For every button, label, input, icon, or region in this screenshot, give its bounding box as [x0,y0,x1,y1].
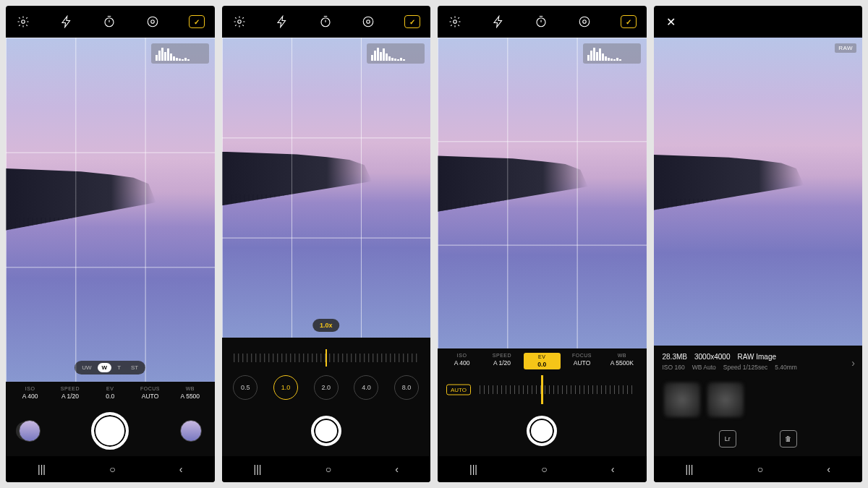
zoom-0-5[interactable]: 0.5 [233,375,258,400]
histogram-toggle-icon[interactable] [621,15,637,28]
param-iso[interactable]: ISOA 400 [443,353,480,369]
nav-home[interactable]: ○ [757,463,763,475]
param-ev[interactable]: EV0.0 [92,386,129,400]
nav-back[interactable]: ‹ [611,463,615,475]
nav-home[interactable]: ○ [541,463,547,475]
meta-iso: ISO 160 [663,364,685,371]
param-wb[interactable]: WBA 5500 [171,386,208,400]
param-wb[interactable]: WBA 5500K [603,353,640,369]
nav-home[interactable]: ○ [326,463,331,475]
flash-icon[interactable] [491,14,506,29]
top-toolbar [6,6,215,38]
nav-back[interactable]: ‹ [179,463,183,475]
zoom-needle [326,349,327,367]
action-row: Lr 🗑 [654,421,863,456]
lens-t[interactable]: T [113,363,125,372]
metering-icon[interactable] [145,14,160,29]
histogram-overlay [583,43,641,64]
meta-wb: WB Auto [692,364,716,371]
gallery-thumbnail[interactable] [180,420,202,442]
settings-icon[interactable] [232,14,247,29]
detail-dimensions: 3000x4000 [694,353,731,361]
param-speed[interactable]: SPEEDA 1/20 [51,386,88,400]
close-icon[interactable]: ✕ [664,14,678,29]
detail-filesize: 28.3MB [663,353,687,361]
zoom-1-0[interactable]: 1.0 [273,375,298,400]
nav-recents[interactable]: ||| [686,463,694,475]
scene-pier [222,152,373,206]
scene-pier [6,168,156,231]
param-focus[interactable]: FOCUSAUTO [132,386,169,400]
viewfinder[interactable]: UW W T ST [6,38,215,382]
android-navbar: ||| ○ ‹ [222,456,431,482]
lens-selector[interactable]: UW W T ST [75,361,145,374]
nav-recents[interactable]: ||| [469,463,477,475]
auto-chip[interactable]: AUTO [446,385,471,395]
svg-point-12 [583,20,587,24]
zoom-ruler[interactable] [228,348,425,368]
delete-button[interactable]: 🗑 [780,430,797,448]
metering-icon[interactable] [577,14,592,29]
shutter-button[interactable] [527,416,557,446]
param-focus[interactable]: FOCUSAUTO [563,353,600,369]
svg-point-8 [367,20,370,24]
svg-point-7 [364,17,374,27]
ev-needle [541,375,543,404]
scene-pier [438,155,588,211]
thumbnail-strip[interactable] [654,378,863,421]
lens-w[interactable]: W [98,363,112,372]
param-ev-active[interactable]: EV0.0 [524,353,561,369]
meta-focal: 5.40mm [775,364,797,371]
android-navbar: ||| ○ ‹ [6,456,215,482]
lens-uw[interactable]: UW [77,363,95,372]
param-speed[interactable]: SPEEDA 1/20 [483,353,520,369]
nav-back[interactable]: ‹ [395,463,399,475]
shutter-button[interactable] [311,416,341,446]
zoom-4-0[interactable]: 4.0 [354,375,378,400]
top-toolbar [438,6,647,38]
zoom-8-0[interactable]: 8.0 [394,375,419,400]
nav-recents[interactable]: ||| [38,463,46,475]
histogram-toggle-icon[interactable] [189,15,205,28]
svg-point-2 [148,17,158,27]
zoom-2-0[interactable]: 2.0 [314,375,339,400]
android-navbar: ||| ○ ‹ [654,456,863,482]
top-toolbar [222,6,431,38]
chevron-right-icon[interactable]: › [851,357,855,369]
shutter-button[interactable] [91,412,129,450]
shutter-row [222,406,431,456]
param-iso[interactable]: ISOA 400 [12,386,48,400]
zoom-steps: 0.5 1.0 2.0 4.0 8.0 [228,375,425,400]
image-review-screen: ✕ RAW 28.3MB 3000x4000 RAW Image ISO 160… [654,6,863,482]
timer-icon[interactable] [534,14,548,29]
thumb-item[interactable] [664,382,700,417]
metering-icon[interactable] [361,14,375,29]
zoom-readout[interactable]: 1.0x [312,319,340,332]
svg-point-0 [22,20,25,24]
viewfinder[interactable]: 1.0x [222,38,431,338]
lightroom-button[interactable]: Lr [719,430,736,448]
gallery-thumbnail-left[interactable] [19,420,41,442]
flash-icon[interactable] [59,14,74,29]
nav-recents[interactable]: ||| [254,463,262,475]
viewfinder[interactable] [438,38,647,348]
nav-back[interactable]: ‹ [827,463,830,475]
svg-point-3 [151,20,155,24]
shutter-row [6,406,215,456]
timer-icon[interactable] [318,14,333,29]
image-details[interactable]: 28.3MB 3000x4000 RAW Image ISO 160 WB Au… [654,346,863,378]
histogram-overlay [367,43,425,64]
manual-controls: ISOA 400 SPEEDA 1/20 EV0.0 FOCUSAUTO WBA… [6,382,215,406]
nav-home[interactable]: ○ [109,463,115,475]
settings-icon[interactable] [448,14,462,29]
histogram-toggle-icon[interactable] [404,15,420,28]
ev-ruler[interactable]: AUTO [443,380,641,400]
lens-st[interactable]: ST [127,363,142,372]
photo-preview[interactable]: RAW [654,38,863,346]
settings-icon[interactable] [16,14,30,29]
shutter-row [438,406,647,456]
timer-icon[interactable] [102,14,116,29]
camera-screen-manual: UW W T ST ISOA 400 SPEEDA 1/20 EV0.0 FOC… [6,6,215,482]
thumb-item[interactable] [707,382,744,417]
flash-icon[interactable] [275,14,289,29]
